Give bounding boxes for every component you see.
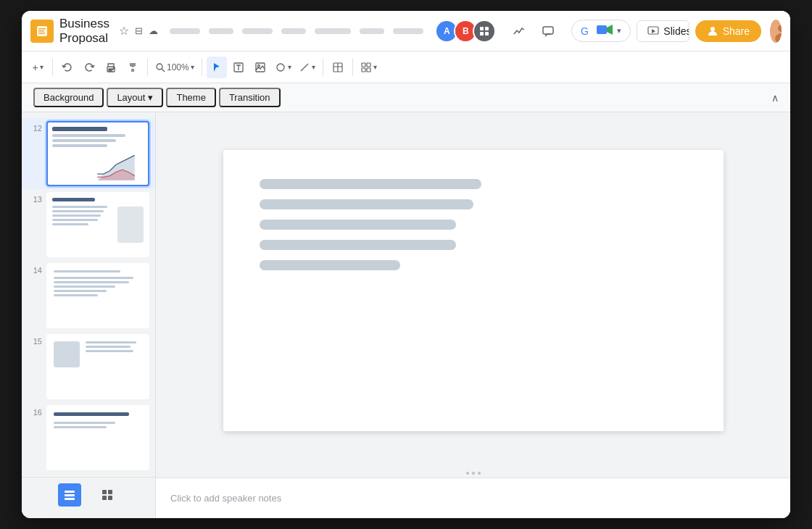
- grid-view-button[interactable]: [96, 483, 119, 507]
- svg-rect-20: [109, 70, 112, 71]
- thumb-line: [52, 134, 125, 137]
- slide-thumb-15[interactable]: [46, 334, 149, 399]
- svg-rect-3: [38, 33, 45, 34]
- layout-button[interactable]: Layout ▾: [107, 88, 163, 107]
- thumb-line: [52, 219, 98, 221]
- slide-item-16[interactable]: 16: [22, 402, 155, 473]
- slide-thumb-12[interactable]: [46, 121, 149, 186]
- view-options[interactable]: ▾: [357, 57, 380, 78]
- theme-button[interactable]: Theme: [166, 88, 215, 107]
- handle-dot: [472, 472, 475, 475]
- slide-item-14[interactable]: 14: [22, 260, 155, 331]
- slide-thumb-13[interactable]: [46, 192, 149, 257]
- content-line-1: [260, 179, 482, 189]
- background-button[interactable]: Background: [33, 88, 104, 107]
- slide-thumb-16[interactable]: [46, 405, 149, 470]
- content-line-3: [260, 220, 456, 230]
- menu-item-1[interactable]: [170, 28, 200, 34]
- slideshow-main[interactable]: Slideshow: [637, 21, 689, 41]
- svg-point-28: [257, 64, 260, 67]
- text-tool[interactable]: [228, 57, 249, 78]
- menu-item-7[interactable]: [393, 28, 423, 34]
- app-window: Business Proposal ☆ ⊟ ☁ A B: [22, 11, 790, 518]
- line-dropdown: ▾: [312, 63, 315, 71]
- svg-text:G: G: [581, 25, 589, 37]
- app-icon: [30, 20, 54, 43]
- menu-item-4[interactable]: [281, 28, 306, 34]
- paint-format-button[interactable]: [123, 57, 143, 78]
- thumb-line: [54, 281, 129, 283]
- insert-table-button[interactable]: [328, 57, 348, 78]
- meet-button[interactable]: G ▾: [571, 20, 631, 42]
- drive-icon[interactable]: ⊟: [135, 25, 143, 36]
- slide-list: 12: [22, 112, 156, 518]
- speaker-notes[interactable]: Click to add speaker notes: [156, 478, 790, 518]
- menu-item-5[interactable]: [315, 28, 351, 34]
- svg-rect-40: [65, 491, 75, 493]
- slide-item-12[interactable]: 12: [22, 118, 155, 189]
- toolbar-divider-3: [202, 59, 202, 76]
- slide-item-15[interactable]: 15: [22, 331, 155, 402]
- thumb-line: [54, 270, 120, 272]
- cloud-icon[interactable]: ☁: [149, 25, 158, 36]
- thumb-title-13: [52, 198, 95, 201]
- thumb-line: [54, 277, 133, 279]
- drag-handle[interactable]: [156, 469, 790, 478]
- trend-icon[interactable]: [508, 20, 531, 43]
- shape-tool[interactable]: ▾: [272, 57, 294, 78]
- slideshow-label: Slideshow: [663, 25, 689, 37]
- svg-point-21: [113, 67, 115, 69]
- svg-rect-46: [108, 496, 112, 500]
- add-button[interactable]: + ▾: [28, 57, 48, 78]
- zoom-control[interactable]: 100% ▾: [152, 57, 197, 78]
- slide-thumb-14[interactable]: [46, 263, 149, 328]
- main-content: 12: [22, 112, 790, 518]
- thumb-line: [86, 341, 136, 343]
- slide-number-13: 13: [28, 192, 42, 204]
- slide-canvas[interactable]: [223, 150, 724, 431]
- list-view-button[interactable]: [58, 483, 81, 507]
- meet-dropdown: ▾: [617, 26, 621, 36]
- svg-rect-10: [597, 25, 607, 34]
- slide-canvas-area: [156, 112, 790, 469]
- slide-options-toolbar: Background Layout ▾ Theme Transition ∧: [22, 83, 790, 112]
- thumb-image-13: [117, 207, 144, 243]
- thumb-line: [54, 290, 107, 292]
- image-tool[interactable]: [250, 57, 270, 78]
- shape-dropdown: ▾: [288, 63, 291, 71]
- transition-button[interactable]: Transition: [219, 88, 281, 107]
- toolbar-divider-4: [323, 59, 323, 76]
- toolbar-collapse[interactable]: ∧: [771, 91, 779, 104]
- redo-button[interactable]: [79, 57, 99, 78]
- share-button[interactable]: Share: [695, 20, 761, 42]
- slideshow-button[interactable]: Slideshow ▾: [637, 20, 689, 42]
- slide-number-15: 15: [28, 334, 42, 346]
- menu-item-6[interactable]: [360, 28, 384, 34]
- star-icon[interactable]: ☆: [119, 24, 129, 38]
- comment-icon[interactable]: [536, 20, 560, 43]
- thumb-title-16: [54, 412, 129, 416]
- svg-rect-44: [108, 490, 112, 494]
- svg-point-22: [157, 64, 162, 70]
- line-tool[interactable]: ▾: [296, 57, 318, 78]
- svg-rect-42: [65, 498, 75, 500]
- svg-rect-34: [362, 63, 365, 67]
- thumb-line: [52, 144, 107, 147]
- thumb-line: [54, 286, 115, 288]
- content-line-2: [260, 199, 473, 209]
- thumb-line: [86, 350, 133, 352]
- avatar-badge: [473, 20, 496, 43]
- user-avatar[interactable]: [770, 20, 782, 43]
- toolbar: + ▾: [22, 51, 790, 83]
- layout-dropdown-icon: ▾: [148, 92, 153, 103]
- svg-rect-35: [367, 63, 370, 67]
- select-tool[interactable]: [207, 57, 227, 78]
- menu-item-2[interactable]: [209, 28, 233, 34]
- undo-button[interactable]: [57, 57, 78, 78]
- collab-avatars: A B: [435, 20, 496, 43]
- slide-item-13[interactable]: 13: [22, 189, 155, 260]
- print-button[interactable]: [101, 57, 121, 78]
- thumb-line: [52, 206, 107, 208]
- menu-item-3[interactable]: [242, 28, 273, 34]
- editor-area: Click to add speaker notes: [156, 112, 790, 518]
